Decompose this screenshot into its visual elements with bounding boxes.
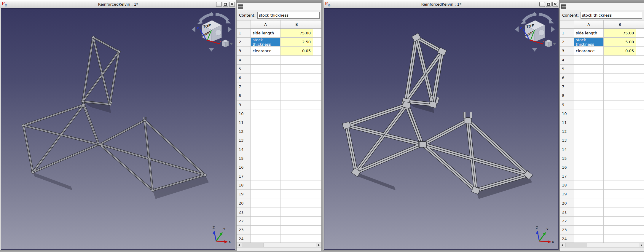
scroll-right-button[interactable] <box>639 243 644 247</box>
panel-grip[interactable] <box>237 0 321 3</box>
cell-b19[interactable] <box>280 190 313 199</box>
cell-b12[interactable] <box>280 127 313 136</box>
cell-c23[interactable] <box>636 226 644 235</box>
table-row[interactable]: 3clearance0.05 <box>237 47 321 55</box>
cell-c10[interactable] <box>313 109 321 118</box>
cell-b16[interactable] <box>280 163 313 172</box>
titlebar-left[interactable]: F⚙ ReinforcedKelvin : 1* <box>0 0 236 8</box>
titlebar-right[interactable]: F⚙ ReinforcedKelvin : 1* <box>323 0 559 8</box>
row-header[interactable]: 17 <box>560 172 574 181</box>
column-headers[interactable]: A B <box>237 20 321 29</box>
cell-a12[interactable] <box>574 127 604 136</box>
cell-c6[interactable] <box>313 74 321 82</box>
cell-c9[interactable] <box>636 101 644 109</box>
row-header[interactable]: 7 <box>237 82 251 91</box>
table-row[interactable]: 6 <box>237 74 321 82</box>
cell-a11[interactable] <box>574 118 604 127</box>
table-row[interactable]: 6 <box>560 74 644 82</box>
cell-a20[interactable] <box>574 199 604 208</box>
cell-b8[interactable] <box>604 91 636 100</box>
cell-c1[interactable] <box>313 29 321 38</box>
row-header[interactable]: 21 <box>237 208 251 217</box>
cell-c5[interactable] <box>313 65 321 74</box>
cell-c21[interactable] <box>313 208 321 217</box>
cell-a1[interactable]: side length <box>574 29 604 38</box>
cell-a4[interactable] <box>574 56 604 65</box>
cell-b7[interactable] <box>604 82 636 91</box>
cell-a21[interactable] <box>251 208 280 217</box>
column-header-b[interactable]: B <box>604 20 636 28</box>
cell-b3[interactable]: 0.05 <box>280 47 313 55</box>
row-header[interactable]: 19 <box>237 190 251 199</box>
cell-a10[interactable] <box>251 109 280 118</box>
table-row[interactable]: 9 <box>237 101 321 109</box>
table-row[interactable]: 22 <box>560 217 644 226</box>
row-header[interactable]: 24 <box>237 235 251 243</box>
table-row[interactable]: 24 <box>560 235 644 243</box>
corner-header[interactable] <box>237 20 251 28</box>
cell-a14[interactable] <box>251 145 280 154</box>
scroll-left-button[interactable] <box>237 243 242 247</box>
row-header[interactable]: 23 <box>560 226 574 235</box>
table-row[interactable]: 21 <box>560 208 644 217</box>
cell-b14[interactable] <box>604 145 636 154</box>
cell-b5[interactable] <box>604 65 636 74</box>
cell-a22[interactable] <box>251 217 280 226</box>
table-row[interactable]: 17 <box>237 172 321 181</box>
table-row[interactable]: 16 <box>560 163 644 172</box>
column-header-c[interactable] <box>313 20 321 28</box>
cell-a5[interactable] <box>574 65 604 74</box>
cell-c11[interactable] <box>636 118 644 127</box>
row-header[interactable]: 22 <box>237 217 251 226</box>
cell-a21[interactable] <box>574 208 604 217</box>
cell-a14[interactable] <box>574 145 604 154</box>
cell-a13[interactable] <box>251 136 280 145</box>
cell-c13[interactable] <box>313 136 321 145</box>
cell-a5[interactable] <box>251 65 280 74</box>
cell-a16[interactable] <box>251 163 280 172</box>
viewport-3d-right[interactable]: TOP FRONT Z ✕ Z Y X <box>324 8 559 250</box>
scroll-left-button[interactable] <box>560 243 565 247</box>
row-header[interactable]: 22 <box>560 217 574 226</box>
cell-a22[interactable] <box>574 217 604 226</box>
cell-b17[interactable] <box>604 172 636 181</box>
table-row[interactable]: 13 <box>560 136 644 145</box>
cell-c5[interactable] <box>636 65 644 74</box>
table-row[interactable]: 7 <box>560 82 644 91</box>
cell-b23[interactable] <box>280 226 313 235</box>
pan-right-arrow-icon[interactable] <box>551 26 555 32</box>
cell-c20[interactable] <box>313 199 321 208</box>
cell-b16[interactable] <box>604 163 636 172</box>
cell-a4[interactable] <box>251 56 280 65</box>
navigation-cube[interactable]: TOP FRONT Z ✕ <box>190 10 233 55</box>
column-headers[interactable]: A B <box>560 20 644 29</box>
row-header[interactable]: 12 <box>560 127 574 136</box>
cell-b7[interactable] <box>280 82 313 91</box>
row-header[interactable]: 2 <box>237 38 251 47</box>
cell-a18[interactable] <box>251 181 280 190</box>
cell-c2[interactable] <box>636 38 644 47</box>
column-header-c[interactable] <box>636 20 644 28</box>
table-row[interactable]: 2stock thickness2.50 <box>237 38 321 47</box>
cell-a15[interactable] <box>574 154 604 163</box>
row-header[interactable]: 6 <box>560 74 574 82</box>
row-header[interactable]: 19 <box>560 190 574 199</box>
cell-c7[interactable] <box>636 82 644 91</box>
table-row[interactable]: 17 <box>560 172 644 181</box>
pan-left-arrow-icon[interactable] <box>515 26 519 32</box>
row-header[interactable]: 23 <box>237 226 251 235</box>
cell-b19[interactable] <box>604 190 636 199</box>
cell-c14[interactable] <box>313 145 321 154</box>
table-row[interactable]: 23 <box>237 226 321 235</box>
cell-b2[interactable]: 2.50 <box>280 38 313 47</box>
cell-c9[interactable] <box>313 101 321 109</box>
cell-a6[interactable] <box>251 74 280 82</box>
row-header[interactable]: 8 <box>237 91 251 100</box>
cell-a17[interactable] <box>251 172 280 181</box>
cell-b22[interactable] <box>604 217 636 226</box>
table-row[interactable]: 3clearance0.05 <box>560 47 644 55</box>
rotate-right-arrow-icon[interactable] <box>539 14 551 20</box>
tilt-down-arrow-icon[interactable] <box>209 48 214 52</box>
cell-b4[interactable] <box>604 56 636 65</box>
table-row[interactable]: 9 <box>560 101 644 109</box>
